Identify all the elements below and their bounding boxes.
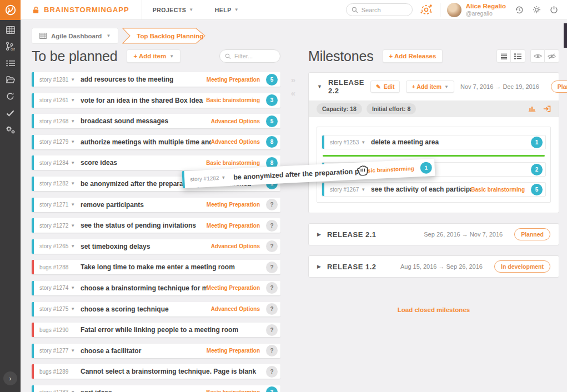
effort-badge[interactable]: ? (266, 240, 278, 252)
app-logo[interactable] (0, 0, 21, 20)
sidebar-item-settings[interactable] (6, 125, 16, 134)
effort-badge[interactable]: 5 (266, 115, 278, 127)
search-box[interactable] (346, 3, 413, 16)
item-category[interactable]: Meeting Preparation (207, 202, 260, 208)
search-input[interactable] (362, 7, 406, 13)
sidebar-item-dashboard[interactable] (6, 25, 15, 34)
effort-badge[interactable]: ? (266, 199, 278, 210)
effort-badge[interactable]: ? (266, 220, 278, 232)
item-id[interactable]: story #1267 ▼ (330, 187, 371, 193)
effort-badge[interactable]: 3 (266, 386, 278, 392)
item-row[interactable]: story #1272 ▼ see the status of pending … (32, 218, 280, 233)
edit-release-button[interactable]: ✎ Edit (370, 81, 400, 93)
item-category[interactable]: Advanced Options (211, 243, 260, 249)
item-category[interactable]: Meeting Preparation (207, 348, 260, 354)
collapse-release-icon[interactable]: ▼ (317, 84, 322, 89)
item-category[interactable]: Meeting Preparation (207, 285, 260, 291)
item-id[interactable]: story #1253 ▼ (330, 139, 371, 145)
item-row[interactable]: story #1277 ▼ choose a facilitator Meeti… (32, 344, 280, 358)
release-add-item-button[interactable]: + Add item ▼ (406, 81, 454, 93)
power-icon[interactable] (550, 6, 558, 14)
item-id[interactable]: bugs #1290 ▼ (39, 327, 81, 333)
sidebar-item-tasks[interactable] (6, 108, 14, 118)
burndown-chart-icon[interactable] (528, 105, 536, 112)
user-menu[interactable]: Alice Regalio @aregalio (466, 3, 506, 17)
item-category[interactable]: Meeting Preparation (207, 223, 260, 229)
item-row[interactable]: story #1279 ▼ authorize meetings with mu… (32, 135, 280, 149)
release-card-1-2[interactable]: ▶ RELEASE 1.2 Aug 15, 2016 → Sep 26, 201… (308, 255, 559, 278)
item-id[interactable]: story #1284 ▼ (39, 160, 81, 166)
gear-icon[interactable] (533, 6, 541, 14)
item-id[interactable]: story #1268 ▼ (39, 118, 81, 124)
item-id[interactable]: story #1275 ▼ (39, 306, 81, 312)
item-category[interactable]: Advanced Options (211, 139, 260, 145)
item-row[interactable]: bugs #1290 ▼ Fatal error while linking p… (32, 323, 280, 337)
effort-badge[interactable]: ? (266, 366, 278, 378)
add-item-button[interactable]: + Add item ▼ (127, 49, 180, 63)
effort-badge[interactable]: ? (266, 345, 278, 356)
item-row[interactable]: story #1268 ▼ broadcast sound messages A… (32, 114, 280, 128)
item-id[interactable]: story #1282 ▼ (39, 180, 81, 187)
breadcrumb-dashboard[interactable]: Agile Dashboard ▼ (32, 28, 118, 44)
list-compact-view-button[interactable] (496, 49, 511, 63)
sidebar-item-projects[interactable] (6, 75, 15, 84)
item-id[interactable]: story #1272 ▼ (39, 223, 81, 229)
collapse-left-icon[interactable]: « (287, 87, 299, 100)
sign-in-icon[interactable] (543, 105, 551, 112)
item-category[interactable]: Meeting Preparation (207, 77, 260, 83)
load-closed-milestones-link[interactable]: Load closed milestones (308, 306, 559, 313)
effort-badge[interactable]: 1 (531, 137, 543, 148)
sidebar-item-backlog[interactable] (6, 58, 15, 68)
effort-badge[interactable]: ? (266, 262, 278, 273)
collapse-right-icon[interactable]: » (287, 73, 299, 87)
nav-projects[interactable]: PROJECTS ▼ (142, 0, 204, 19)
item-row[interactable]: story #1265 ▼ set timeboxing delays Adva… (32, 239, 280, 254)
item-id[interactable]: story #1283 ▼ (39, 389, 81, 392)
release-card-2-1[interactable]: ▶ RELEASE 2.1 Sep 26, 2016 → Nov 7, 2016… (308, 223, 559, 245)
item-row[interactable]: story #1267 ▼ see the activity of each p… (322, 182, 546, 197)
item-id[interactable]: bugs #1288 ▼ (39, 264, 81, 270)
item-row[interactable]: bugs #1288 ▼ Take long time to make me e… (32, 260, 280, 274)
item-category[interactable]: Advanced Options (211, 118, 260, 124)
item-category[interactable]: Basic brainstorming (206, 97, 260, 103)
sidebar-item-sync[interactable] (6, 92, 14, 101)
item-row[interactable]: story #1271 ▼ remove participants Meetin… (32, 198, 280, 212)
sidebar-expand-button[interactable]: › (3, 371, 17, 385)
item-id[interactable]: story #1265 ▼ (39, 243, 81, 249)
item-row[interactable]: story #1274 ▼ choose a brainstorming tec… (32, 281, 280, 295)
user-avatar[interactable] (447, 3, 461, 17)
item-row[interactable]: story #1283 ▼ sort ideas Basic brainstor… (32, 385, 280, 392)
item-row[interactable]: bugs #1289 ▼ Cannot select a brainstormi… (32, 364, 280, 379)
effort-badge[interactable]: ? (266, 282, 278, 294)
item-category[interactable]: Basic brainstorming (206, 160, 260, 166)
item-row[interactable]: story #1253 ▼ delete a meeting area 1 (322, 135, 546, 149)
item-row[interactable]: story #1275 ▼ choose a scoring technique… (32, 302, 280, 316)
item-id[interactable]: story #1277 ▼ (39, 348, 81, 354)
hide-items-button[interactable] (545, 49, 559, 63)
breadcrumb-current[interactable]: Top Backlog Planning (122, 28, 205, 44)
expand-release-icon[interactable]: ▶ (317, 232, 321, 237)
history-icon[interactable] (515, 6, 524, 14)
item-category[interactable]: Basic brainstorming (206, 389, 260, 392)
nav-help[interactable]: HELP ▼ (204, 0, 249, 19)
effort-badge[interactable]: 8 (266, 136, 278, 148)
effort-badge[interactable]: 5 (266, 74, 278, 86)
item-id[interactable]: story #1261 ▼ (39, 97, 81, 103)
item-row[interactable]: story #1261 ▼ vote for an idea in the sh… (32, 93, 280, 108)
item-row[interactable]: story #1281 ▼ add resources to the meeti… (32, 72, 280, 87)
item-category[interactable]: Basic brainstorming (471, 187, 525, 193)
list-detail-view-button[interactable] (511, 49, 525, 63)
effort-badge[interactable]: 3 (266, 94, 278, 106)
sidebar-item-git[interactable]: GIT (6, 42, 15, 51)
scrollbar-thumb[interactable] (564, 23, 567, 48)
item-id[interactable]: story #1279 ▼ (39, 139, 81, 145)
filter-box[interactable] (219, 49, 280, 63)
release-name[interactable]: RELEASE 2.2 (328, 78, 364, 95)
show-items-button[interactable] (530, 49, 545, 63)
add-releases-button[interactable]: + Add Releases (383, 49, 443, 63)
effort-badge[interactable]: ? (266, 303, 278, 315)
item-id[interactable]: bugs #1289 ▼ (39, 369, 81, 375)
item-id[interactable]: story #1281 ▼ (39, 77, 81, 83)
brainstorm-network-icon[interactable] (419, 3, 433, 17)
item-id[interactable]: story #1271 ▼ (39, 202, 81, 208)
